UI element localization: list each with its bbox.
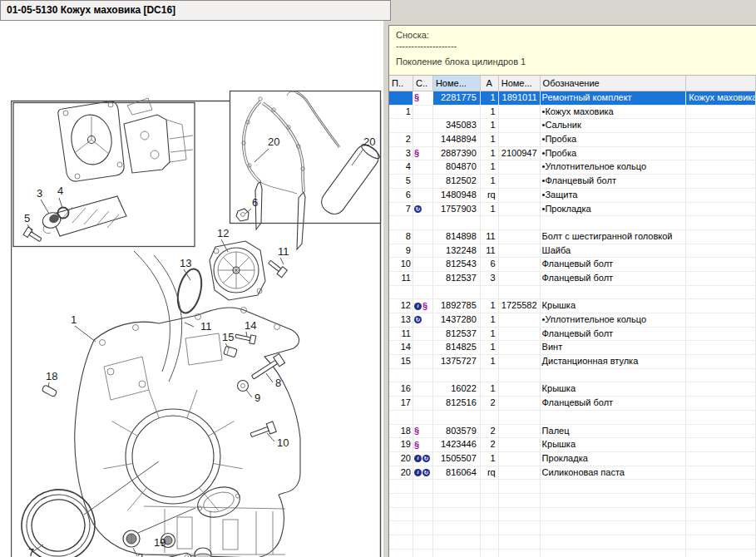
table-cell [413,411,433,424]
table-row[interactable] [389,521,756,535]
table-cell: 132248 [433,244,481,258]
diagram-callout[interactable]: 18 [46,370,57,382]
diagram-callout[interactable]: 11 [278,245,289,258]
table-cell: 5 [389,175,413,188]
table-row[interactable] [389,508,756,522]
diagram-callout[interactable]: 3 [37,187,42,200]
table-row[interactable]: 3450831•Сальник [389,119,756,133]
diagram-callout[interactable]: 12 [217,227,229,239]
table-row[interactable]: 20i↻816064rqСиликоновая паста [389,466,756,481]
table-cell: 1 [481,175,499,188]
table-row[interactable]: 148148251Винт [389,341,756,355]
table-row[interactable]: 178125162Фланцевый болт [389,397,756,411]
table-row[interactable]: 48048701•Уплотнительное кольцо [389,160,756,175]
table-cell: 7 [389,203,413,216]
diagram-callout[interactable]: 9 [254,392,260,404]
diagram-callout[interactable]: 5 [24,212,30,224]
part-washer-9 [238,381,249,392]
table-row[interactable]: 3§288739012100947•Пробка [389,147,756,161]
table-cell [686,230,756,244]
table-row[interactable] [389,535,756,550]
diagram-callout[interactable]: 13 [180,257,191,269]
diagram-callout[interactable]: 4 [57,185,63,197]
table-row[interactable] [389,286,756,300]
table-row[interactable]: 1513757271Дистанционная втулка [389,355,756,369]
table-cell [413,216,433,229]
table-cell [686,203,756,216]
diagram-callout[interactable]: 15 [222,331,234,343]
table-cell: Крышка [541,438,687,451]
table-cell: Фланцевый болт [541,258,687,271]
table-cell: •Защита [541,189,687,202]
table-row[interactable]: 18§8035792Палец [389,425,756,439]
table-row[interactable] [389,216,756,230]
table-cell [499,328,541,341]
column-header[interactable]: С.. [413,76,433,91]
info-icon: i [414,469,422,476]
table-cell: 2281775 [433,91,481,105]
table-row[interactable] [389,369,756,383]
diagram-callout[interactable]: 20 [363,136,375,148]
table-cell: § [413,91,433,105]
column-header[interactable]: Номе... [433,76,481,91]
table-cell [481,286,499,299]
table-cell: 1 [481,382,499,396]
table-row[interactable]: 58125021•Фланцевый болт [389,175,756,189]
diagram-callout[interactable]: 1 [71,313,77,326]
table-cell [499,160,541,174]
table-cell: •Сальник [541,119,687,132]
table-cell: •Кожух маховика [541,106,687,119]
table-row[interactable]: 20i↻15055071Прокладка [389,452,756,466]
diagram-callout[interactable]: 8 [275,377,281,389]
table-cell: 15 [389,355,413,368]
table-cell [686,411,756,424]
diagram-callout[interactable]: 2 [137,551,143,557]
table-cell [541,508,687,521]
diagram-area: 345202061312111111415891810721919 [0,21,383,557]
diagram-callout[interactable]: 19 [154,536,166,549]
table-row[interactable]: §228177511891011Ремонтный комплектКожух … [389,91,756,106]
table-cell: Ремонтный комплект [541,91,687,105]
column-header[interactable] [686,76,756,91]
table-row[interactable]: 16160221Крышка [389,382,756,397]
table-row[interactable]: 61480948rq•Защита [389,189,756,203]
diagram-callout[interactable]: 7 [28,546,34,557]
table-row[interactable] [389,480,756,494]
table-row[interactable]: 214488941•Пробка [389,133,756,147]
table-row[interactable]: 118125373Фланцевый болт [389,272,756,286]
table-cell [686,133,756,146]
table-cell: 1 [481,106,499,119]
table-cell: 1480948 [433,189,481,202]
app-window: 01-05-5130 Кожух маховика [DC16] [0,0,756,557]
table-cell [433,480,481,493]
table-row[interactable] [389,494,756,508]
table-cell [389,91,413,105]
table-cell: 812516 [433,397,481,410]
table-row[interactable]: 108125436Фланцевый болт [389,258,756,272]
column-header[interactable]: А [481,76,499,91]
diagram-callout[interactable]: 10 [277,436,289,449]
table-row[interactable]: 881489811Болт с шестигранной головкой [389,230,756,244]
table-row[interactable]: 913224811Шайба [389,244,756,259]
table-cell: 1725582 [499,299,541,313]
table-row[interactable]: 12i§189278511725582Крышка [389,299,756,313]
table-row[interactable]: 118125371Фланцевый болт [389,328,756,342]
table-row[interactable] [389,411,756,425]
table-cell: 14 [389,341,413,354]
column-header[interactable]: Номе... [499,76,541,91]
table-cell [686,244,756,258]
diagram-callout[interactable]: 11 [200,320,212,333]
table-cell [499,286,541,299]
diagram-callout[interactable]: 14 [245,319,256,332]
table-row[interactable]: 19§14234462Крышка [389,438,756,452]
diagram-callout[interactable]: 20 [268,136,279,148]
table-cell: 345083 [433,119,481,132]
diagram-callout[interactable]: 6 [252,196,258,209]
table-row[interactable] [389,550,756,557]
table-row[interactable]: 11•Кожух маховика [389,106,756,120]
column-header[interactable]: П.. [389,76,413,91]
table-row[interactable]: 7↻17579031•Прокладка [389,203,756,217]
table-cell: •Прокладка [541,203,687,216]
table-row[interactable]: 13↻14372801•Уплотнительное кольцо [389,313,756,328]
column-header[interactable]: Обозначение [541,76,687,91]
